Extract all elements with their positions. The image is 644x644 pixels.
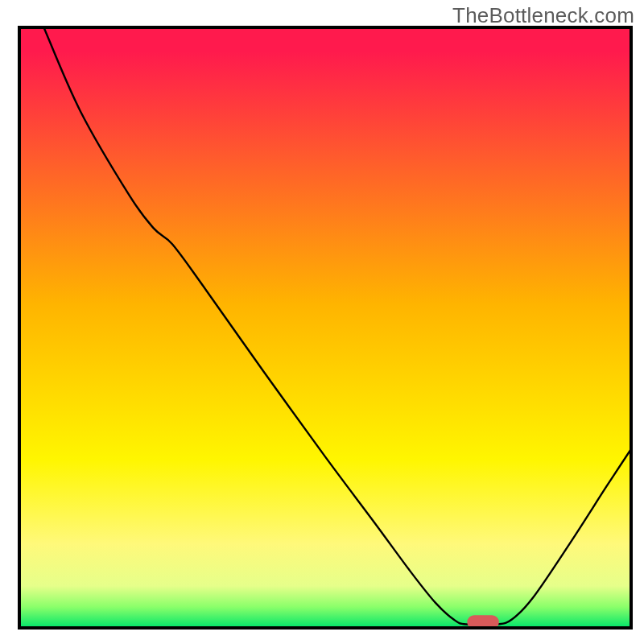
chart-svg <box>0 0 644 644</box>
bottleneck-chart: TheBottleneck.com <box>0 0 644 644</box>
plot-area <box>19 27 631 629</box>
gradient-background <box>19 27 631 628</box>
